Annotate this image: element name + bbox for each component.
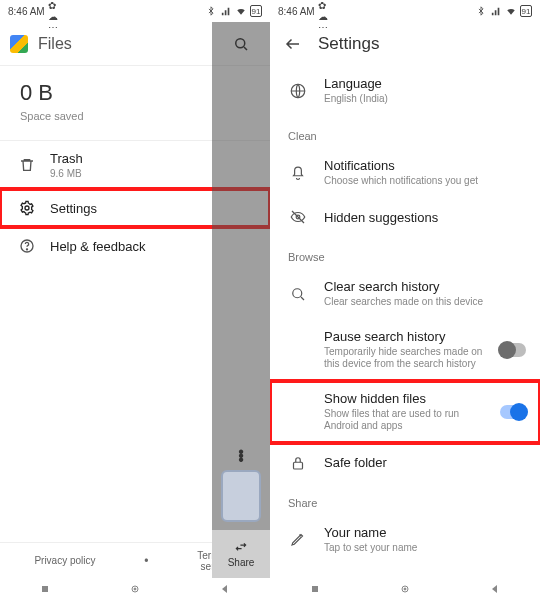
nav-home-icon[interactable]	[399, 583, 411, 595]
nav-back-icon[interactable]	[489, 583, 501, 595]
status-time: 8:46 AM	[8, 6, 45, 17]
row-clear-search-history[interactable]: Clear search history Clear searches made…	[270, 269, 540, 319]
your-name-title: Your name	[324, 525, 526, 540]
svg-point-2	[26, 249, 27, 250]
trash-icon	[18, 156, 36, 174]
row-hidden-suggestions[interactable]: Hidden suggestions	[270, 197, 540, 237]
notifications-title: Notifications	[324, 158, 526, 173]
pause-search-title: Pause search history	[324, 329, 484, 344]
svg-point-5	[134, 588, 136, 590]
svg-point-6	[236, 39, 245, 48]
svg-point-9	[293, 289, 302, 298]
overflow-menu-icon[interactable]: •••	[238, 450, 244, 462]
safe-folder-title: Safe folder	[324, 455, 526, 470]
screen-files-drawer: 8:46 AM ◎ ✿ ☁ ⋯ 91 Files 0 B Space saved	[0, 0, 270, 600]
svg-rect-11	[312, 586, 318, 592]
settings-app-bar: Settings	[270, 22, 540, 66]
nav-home-icon[interactable]	[129, 583, 141, 595]
pause-search-toggle[interactable]	[500, 343, 526, 357]
signal-icon	[220, 5, 232, 17]
language-sub: English (India)	[324, 93, 526, 106]
status-time: 8:46 AM	[278, 6, 315, 17]
hidden-suggestions-title: Hidden suggestions	[324, 210, 526, 225]
search-icon	[288, 284, 308, 304]
screen-settings: 8:46 AM ◎ ✿ ☁ ⋯ 91 Settings Language Eng…	[270, 0, 540, 600]
lock-icon	[288, 453, 308, 473]
back-arrow-icon[interactable]	[284, 35, 302, 53]
row-notifications[interactable]: Notifications Choose which notifications…	[270, 148, 540, 198]
status-bar: 8:46 AM ◎ ✿ ☁ ⋯ 91	[0, 0, 270, 22]
bell-icon	[288, 162, 308, 182]
row-your-name[interactable]: Your name Tap to set your name	[270, 515, 540, 565]
android-nav-bar	[270, 578, 540, 600]
signal-icon	[490, 5, 502, 17]
clear-search-sub: Clear searches made on this device	[324, 296, 526, 309]
language-title: Language	[324, 76, 526, 91]
row-show-hidden-files[interactable]: Show hidden files Show files that are us…	[270, 381, 540, 443]
share-tab-label: Share	[228, 557, 255, 568]
privacy-policy-link[interactable]: Privacy policy	[34, 555, 95, 566]
show-hidden-toggle[interactable]	[500, 405, 526, 419]
settings-list[interactable]: Language English (India) Clean Notificat…	[270, 66, 540, 578]
battery-icon: 91	[520, 5, 532, 17]
notifications-sub: Choose which notifications you get	[324, 175, 526, 188]
menu-trash-title: Trash	[50, 151, 83, 166]
show-hidden-sub: Show files that are used to run Android …	[324, 408, 484, 433]
battery-icon: 91	[250, 5, 262, 17]
show-hidden-title: Show hidden files	[324, 391, 484, 406]
section-browse: Browse	[270, 237, 540, 269]
row-language[interactable]: Language English (India)	[270, 66, 540, 116]
bluetooth-icon	[205, 5, 217, 17]
help-icon	[18, 237, 36, 255]
menu-settings-title: Settings	[50, 201, 97, 216]
gear-icon	[18, 199, 36, 217]
nav-recent-icon[interactable]	[39, 583, 51, 595]
wifi-icon	[505, 5, 517, 17]
section-clean: Clean	[270, 116, 540, 148]
svg-point-0	[25, 206, 29, 210]
section-share: Share	[270, 483, 540, 515]
bottom-tab-share[interactable]: Share	[212, 530, 270, 578]
globe-icon	[288, 81, 308, 101]
android-nav-bar	[0, 578, 270, 600]
app-title: Files	[38, 35, 72, 53]
card-preview	[221, 470, 261, 522]
background-dim-overlay: ••• Share	[212, 22, 270, 578]
svg-rect-10	[294, 462, 303, 469]
settings-title: Settings	[318, 34, 379, 54]
files-app-icon	[10, 35, 28, 53]
nav-back-icon[interactable]	[219, 583, 231, 595]
your-name-sub: Tap to set your name	[324, 542, 526, 555]
bluetooth-icon	[475, 5, 487, 17]
menu-help-title: Help & feedback	[50, 239, 145, 254]
clear-search-title: Clear search history	[324, 279, 526, 294]
wifi-icon	[235, 5, 247, 17]
nav-recent-icon[interactable]	[309, 583, 321, 595]
status-bar: 8:46 AM ◎ ✿ ☁ ⋯ 91	[270, 0, 540, 22]
status-icons-left: ◎ ✿ ☁ ⋯	[318, 5, 330, 17]
row-pause-search-history[interactable]: Pause search history Temporarily hide se…	[270, 319, 540, 381]
blank-icon	[288, 402, 308, 422]
footer-separator: •	[144, 554, 148, 568]
search-button[interactable]	[212, 22, 270, 66]
row-safe-folder[interactable]: Safe folder	[270, 443, 540, 483]
svg-rect-3	[42, 586, 48, 592]
menu-trash-sub: 9.6 MB	[50, 168, 83, 179]
svg-point-13	[404, 588, 406, 590]
pencil-icon	[288, 529, 308, 549]
blank-icon	[288, 340, 308, 360]
eye-off-icon	[288, 207, 308, 227]
status-icons-left: ◎ ✿ ☁ ⋯	[48, 5, 60, 17]
pause-search-sub: Temporarily hide searches made on this d…	[324, 346, 484, 371]
